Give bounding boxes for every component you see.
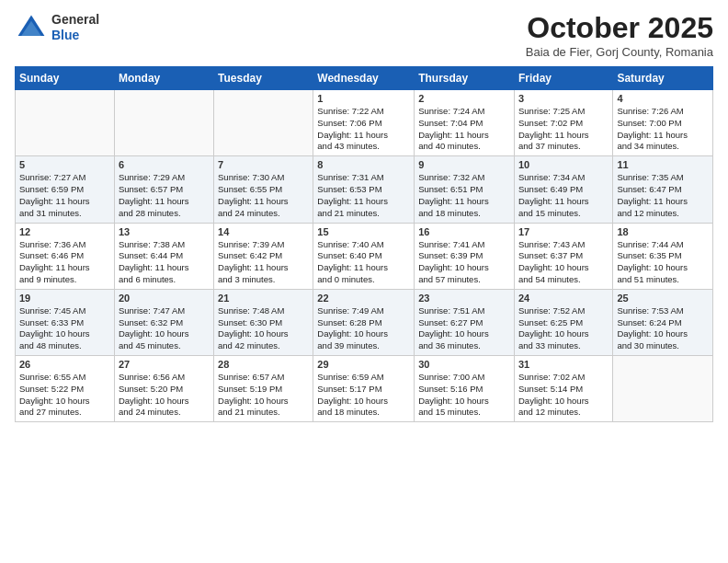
day-cell: 9Sunrise: 7:32 AM Sunset: 6:51 PM Daylig… (415, 156, 515, 223)
day-number: 18 (617, 226, 709, 237)
day-cell: 19Sunrise: 7:45 AM Sunset: 6:33 PM Dayli… (16, 289, 115, 355)
day-info: Sunrise: 7:53 AM Sunset: 6:24 PM Dayligh… (617, 305, 709, 352)
header: General Blue October 2025 Baia de Fier, … (15, 11, 713, 59)
day-cell: 26Sunrise: 6:55 AM Sunset: 5:22 PM Dayli… (16, 356, 115, 422)
weekday-header-row: SundayMondayTuesdayWednesdayThursdayFrid… (16, 67, 713, 90)
day-cell: 6Sunrise: 7:29 AM Sunset: 6:57 PM Daylig… (114, 156, 213, 223)
location: Baia de Fier, Gorj County, Romania (526, 45, 713, 59)
month-title: October 2025 (526, 11, 713, 45)
day-number: 27 (119, 359, 210, 370)
day-number: 25 (617, 293, 709, 304)
day-cell: 21Sunrise: 7:48 AM Sunset: 6:30 PM Dayli… (214, 289, 313, 355)
day-info: Sunrise: 7:24 AM Sunset: 7:04 PM Dayligh… (418, 106, 510, 153)
day-number: 22 (317, 293, 410, 304)
day-cell: 24Sunrise: 7:52 AM Sunset: 6:25 PM Dayli… (514, 289, 612, 355)
title-block: October 2025 Baia de Fier, Gorj County, … (526, 11, 713, 59)
calendar: SundayMondayTuesdayWednesdayThursdayFrid… (15, 66, 713, 422)
day-info: Sunrise: 7:00 AM Sunset: 5:16 PM Dayligh… (418, 372, 510, 419)
day-info: Sunrise: 7:45 AM Sunset: 6:33 PM Dayligh… (19, 305, 110, 352)
day-cell: 25Sunrise: 7:53 AM Sunset: 6:24 PM Dayli… (613, 289, 713, 355)
day-cell: 3Sunrise: 7:25 AM Sunset: 7:02 PM Daylig… (514, 90, 612, 156)
weekday-header-thursday: Thursday (415, 67, 515, 90)
day-info: Sunrise: 7:52 AM Sunset: 6:25 PM Dayligh… (518, 305, 609, 352)
day-number: 9 (418, 159, 510, 170)
week-row-3: 12Sunrise: 7:36 AM Sunset: 6:46 PM Dayli… (16, 223, 713, 289)
weekday-header-sunday: Sunday (16, 67, 115, 90)
day-cell: 10Sunrise: 7:34 AM Sunset: 6:49 PM Dayli… (514, 156, 612, 223)
day-info: Sunrise: 7:31 AM Sunset: 6:53 PM Dayligh… (317, 172, 410, 219)
day-cell: 31Sunrise: 7:02 AM Sunset: 5:14 PM Dayli… (514, 356, 612, 422)
day-cell: 8Sunrise: 7:31 AM Sunset: 6:53 PM Daylig… (313, 156, 415, 223)
day-number: 5 (19, 159, 110, 170)
day-info: Sunrise: 7:02 AM Sunset: 5:14 PM Dayligh… (518, 372, 609, 419)
day-number: 11 (617, 159, 709, 170)
day-cell: 16Sunrise: 7:41 AM Sunset: 6:39 PM Dayli… (415, 223, 515, 289)
day-number: 15 (317, 226, 410, 237)
day-number: 8 (317, 159, 410, 170)
day-info: Sunrise: 7:51 AM Sunset: 6:27 PM Dayligh… (418, 305, 510, 352)
week-row-5: 26Sunrise: 6:55 AM Sunset: 5:22 PM Dayli… (16, 356, 713, 422)
weekday-header-tuesday: Tuesday (214, 67, 313, 90)
day-number: 3 (518, 93, 609, 104)
day-cell: 17Sunrise: 7:43 AM Sunset: 6:37 PM Dayli… (514, 223, 612, 289)
day-number: 2 (418, 93, 510, 104)
day-cell: 7Sunrise: 7:30 AM Sunset: 6:55 PM Daylig… (214, 156, 313, 223)
day-cell: 14Sunrise: 7:39 AM Sunset: 6:42 PM Dayli… (214, 223, 313, 289)
day-number: 23 (418, 293, 510, 304)
day-info: Sunrise: 7:22 AM Sunset: 7:06 PM Dayligh… (317, 106, 410, 153)
day-number: 21 (218, 293, 309, 304)
day-info: Sunrise: 7:40 AM Sunset: 6:40 PM Dayligh… (317, 239, 410, 286)
day-info: Sunrise: 7:44 AM Sunset: 6:35 PM Dayligh… (617, 239, 709, 286)
day-info: Sunrise: 7:47 AM Sunset: 6:32 PM Dayligh… (119, 305, 210, 352)
day-number: 6 (119, 159, 210, 170)
day-cell: 2Sunrise: 7:24 AM Sunset: 7:04 PM Daylig… (415, 90, 515, 156)
day-cell (613, 356, 713, 422)
day-info: Sunrise: 7:43 AM Sunset: 6:37 PM Dayligh… (518, 239, 609, 286)
day-info: Sunrise: 7:27 AM Sunset: 6:59 PM Dayligh… (19, 172, 110, 219)
day-info: Sunrise: 6:59 AM Sunset: 5:17 PM Dayligh… (317, 372, 410, 419)
day-cell: 4Sunrise: 7:26 AM Sunset: 7:00 PM Daylig… (613, 90, 713, 156)
day-cell: 13Sunrise: 7:38 AM Sunset: 6:44 PM Dayli… (114, 223, 213, 289)
day-info: Sunrise: 7:25 AM Sunset: 7:02 PM Dayligh… (518, 106, 609, 153)
day-number: 30 (418, 359, 510, 370)
week-row-4: 19Sunrise: 7:45 AM Sunset: 6:33 PM Dayli… (16, 289, 713, 355)
day-number: 12 (19, 226, 110, 237)
logo-text: General Blue (51, 12, 99, 43)
day-cell: 22Sunrise: 7:49 AM Sunset: 6:28 PM Dayli… (313, 289, 415, 355)
day-cell: 18Sunrise: 7:44 AM Sunset: 6:35 PM Dayli… (613, 223, 713, 289)
day-info: Sunrise: 6:55 AM Sunset: 5:22 PM Dayligh… (19, 372, 110, 419)
day-number: 17 (518, 226, 609, 237)
day-cell: 20Sunrise: 7:47 AM Sunset: 6:32 PM Dayli… (114, 289, 213, 355)
day-info: Sunrise: 7:32 AM Sunset: 6:51 PM Dayligh… (418, 172, 510, 219)
day-cell: 28Sunrise: 6:57 AM Sunset: 5:19 PM Dayli… (214, 356, 313, 422)
day-info: Sunrise: 7:48 AM Sunset: 6:30 PM Dayligh… (218, 305, 309, 352)
weekday-header-saturday: Saturday (613, 67, 713, 90)
day-number: 28 (218, 359, 309, 370)
logo-icon (15, 11, 48, 44)
day-number: 29 (317, 359, 410, 370)
day-number: 16 (418, 226, 510, 237)
day-info: Sunrise: 7:35 AM Sunset: 6:47 PM Dayligh… (617, 172, 709, 219)
day-info: Sunrise: 7:30 AM Sunset: 6:55 PM Dayligh… (218, 172, 309, 219)
day-info: Sunrise: 7:29 AM Sunset: 6:57 PM Dayligh… (119, 172, 210, 219)
day-number: 31 (518, 359, 609, 370)
day-cell: 11Sunrise: 7:35 AM Sunset: 6:47 PM Dayli… (613, 156, 713, 223)
day-info: Sunrise: 7:49 AM Sunset: 6:28 PM Dayligh… (317, 305, 410, 352)
day-cell (114, 90, 213, 156)
day-number: 4 (617, 93, 709, 104)
day-cell (214, 90, 313, 156)
day-info: Sunrise: 7:39 AM Sunset: 6:42 PM Dayligh… (218, 239, 309, 286)
day-cell: 5Sunrise: 7:27 AM Sunset: 6:59 PM Daylig… (16, 156, 115, 223)
day-number: 7 (218, 159, 309, 170)
day-number: 24 (518, 293, 609, 304)
day-info: Sunrise: 6:57 AM Sunset: 5:19 PM Dayligh… (218, 372, 309, 419)
day-info: Sunrise: 7:41 AM Sunset: 6:39 PM Dayligh… (418, 239, 510, 286)
logo: General Blue (15, 11, 99, 44)
day-cell: 15Sunrise: 7:40 AM Sunset: 6:40 PM Dayli… (313, 223, 415, 289)
day-cell (16, 90, 115, 156)
week-row-2: 5Sunrise: 7:27 AM Sunset: 6:59 PM Daylig… (16, 156, 713, 223)
day-info: Sunrise: 7:26 AM Sunset: 7:00 PM Dayligh… (617, 106, 709, 153)
week-row-1: 1Sunrise: 7:22 AM Sunset: 7:06 PM Daylig… (16, 90, 713, 156)
day-info: Sunrise: 7:38 AM Sunset: 6:44 PM Dayligh… (119, 239, 210, 286)
day-info: Sunrise: 7:36 AM Sunset: 6:46 PM Dayligh… (19, 239, 110, 286)
